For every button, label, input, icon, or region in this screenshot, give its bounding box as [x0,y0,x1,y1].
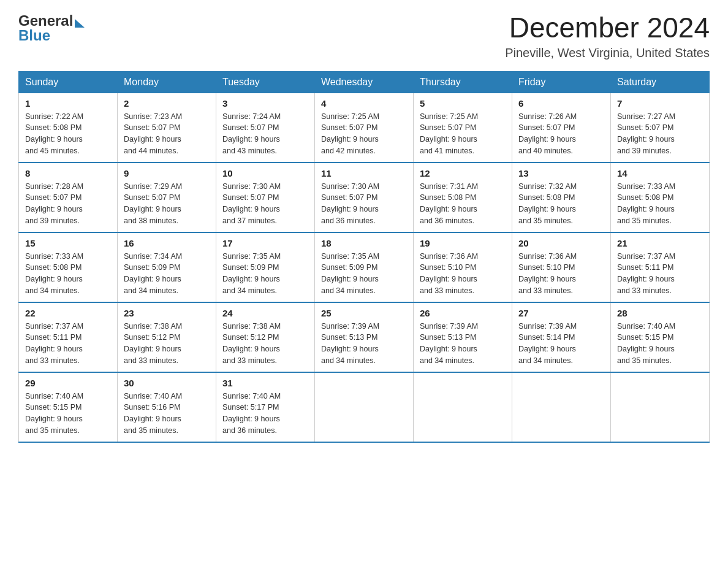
calendar-day-cell: 26Sunrise: 7:39 AMSunset: 5:13 PMDayligh… [414,302,512,372]
calendar-day-cell: 16Sunrise: 7:34 AMSunset: 5:09 PMDayligh… [118,232,216,302]
day-of-week-header: Wednesday [315,71,414,93]
calendar-day-cell: 22Sunrise: 7:37 AMSunset: 5:11 PMDayligh… [19,302,118,372]
day-of-week-header: Monday [118,71,216,93]
calendar-week-row: 8Sunrise: 7:28 AMSunset: 5:07 PMDaylight… [19,163,710,232]
day-number: 19 [420,238,506,248]
calendar-day-cell: 27Sunrise: 7:39 AMSunset: 5:14 PMDayligh… [512,302,611,372]
calendar-day-cell [414,372,512,442]
calendar-day-cell: 4Sunrise: 7:25 AMSunset: 5:07 PMDaylight… [315,93,414,163]
logo-blue-text: Blue [18,27,50,44]
day-number: 12 [420,168,506,178]
page-header: General Blue December 2024 Pineville, We… [18,12,710,60]
calendar-day-cell: 30Sunrise: 7:40 AMSunset: 5:16 PMDayligh… [118,372,216,442]
day-number: 17 [222,238,308,248]
day-info: Sunrise: 7:28 AMSunset: 5:07 PMDaylight:… [25,181,111,227]
day-number: 24 [222,308,308,318]
calendar-day-cell: 13Sunrise: 7:32 AMSunset: 5:08 PMDayligh… [512,163,611,232]
day-number: 2 [124,98,210,109]
day-info: Sunrise: 7:34 AMSunset: 5:09 PMDaylight:… [124,251,210,297]
calendar-day-cell: 21Sunrise: 7:37 AMSunset: 5:11 PMDayligh… [611,232,710,302]
day-of-week-header: Saturday [611,71,710,93]
day-info: Sunrise: 7:38 AMSunset: 5:12 PMDaylight:… [124,321,210,367]
day-info: Sunrise: 7:37 AMSunset: 5:11 PMDaylight:… [25,321,111,367]
logo: General Blue [18,12,85,44]
day-number: 31 [222,378,308,388]
day-info: Sunrise: 7:39 AMSunset: 5:13 PMDaylight:… [321,321,407,367]
day-of-week-header: Tuesday [216,71,315,93]
day-number: 8 [25,168,111,178]
calendar-day-cell: 14Sunrise: 7:33 AMSunset: 5:08 PMDayligh… [611,163,710,232]
day-info: Sunrise: 7:36 AMSunset: 5:10 PMDaylight:… [518,251,604,297]
calendar-day-cell: 2Sunrise: 7:23 AMSunset: 5:07 PMDaylight… [118,93,216,163]
calendar-day-cell: 10Sunrise: 7:30 AMSunset: 5:07 PMDayligh… [216,163,315,232]
calendar-day-cell: 11Sunrise: 7:30 AMSunset: 5:07 PMDayligh… [315,163,414,232]
day-info: Sunrise: 7:25 AMSunset: 5:07 PMDaylight:… [321,111,407,157]
day-number: 21 [617,238,703,248]
day-info: Sunrise: 7:30 AMSunset: 5:07 PMDaylight:… [222,181,308,227]
logo-arrow-icon [75,19,85,28]
calendar-week-row: 15Sunrise: 7:33 AMSunset: 5:08 PMDayligh… [19,232,710,302]
calendar-week-row: 22Sunrise: 7:37 AMSunset: 5:11 PMDayligh… [19,302,710,372]
day-of-week-header: Thursday [414,71,512,93]
day-number: 6 [518,98,604,109]
day-number: 18 [321,238,407,248]
day-of-week-header: Sunday [19,71,118,93]
calendar-day-cell: 29Sunrise: 7:40 AMSunset: 5:15 PMDayligh… [19,372,118,442]
day-info: Sunrise: 7:22 AMSunset: 5:08 PMDaylight:… [25,111,111,157]
day-number: 20 [518,238,604,248]
day-info: Sunrise: 7:35 AMSunset: 5:09 PMDaylight:… [222,251,308,297]
calendar-day-cell: 3Sunrise: 7:24 AMSunset: 5:07 PMDaylight… [216,93,315,163]
day-info: Sunrise: 7:39 AMSunset: 5:14 PMDaylight:… [518,321,604,367]
day-info: Sunrise: 7:36 AMSunset: 5:10 PMDaylight:… [420,251,506,297]
calendar-day-cell: 8Sunrise: 7:28 AMSunset: 5:07 PMDaylight… [19,163,118,232]
day-number: 29 [25,378,111,388]
day-number: 13 [518,168,604,178]
day-number: 27 [518,308,604,318]
day-number: 5 [420,98,506,109]
day-number: 9 [124,168,210,178]
day-info: Sunrise: 7:37 AMSunset: 5:11 PMDaylight:… [617,251,703,297]
calendar-day-cell: 31Sunrise: 7:40 AMSunset: 5:17 PMDayligh… [216,372,315,442]
day-number: 10 [222,168,308,178]
day-number: 14 [617,168,703,178]
calendar-week-row: 1Sunrise: 7:22 AMSunset: 5:08 PMDaylight… [19,93,710,163]
calendar-day-cell: 19Sunrise: 7:36 AMSunset: 5:10 PMDayligh… [414,232,512,302]
day-info: Sunrise: 7:35 AMSunset: 5:09 PMDaylight:… [321,251,407,297]
month-year-title: December 2024 [505,12,710,44]
day-info: Sunrise: 7:33 AMSunset: 5:08 PMDaylight:… [617,181,703,227]
title-area: December 2024 Pineville, West Virginia, … [505,12,710,60]
day-info: Sunrise: 7:33 AMSunset: 5:08 PMDaylight:… [25,251,111,297]
day-info: Sunrise: 7:40 AMSunset: 5:17 PMDaylight:… [222,391,308,437]
day-number: 16 [124,238,210,248]
day-info: Sunrise: 7:31 AMSunset: 5:08 PMDaylight:… [420,181,506,227]
day-info: Sunrise: 7:27 AMSunset: 5:07 PMDaylight:… [617,111,703,157]
day-number: 25 [321,308,407,318]
calendar-day-cell: 24Sunrise: 7:38 AMSunset: 5:12 PMDayligh… [216,302,315,372]
day-number: 11 [321,168,407,178]
day-number: 7 [617,98,703,109]
calendar-day-cell: 25Sunrise: 7:39 AMSunset: 5:13 PMDayligh… [315,302,414,372]
calendar-week-row: 29Sunrise: 7:40 AMSunset: 5:15 PMDayligh… [19,372,710,442]
day-number: 26 [420,308,506,318]
calendar-day-cell: 28Sunrise: 7:40 AMSunset: 5:15 PMDayligh… [611,302,710,372]
day-number: 4 [321,98,407,109]
calendar-header-row: SundayMondayTuesdayWednesdayThursdayFrid… [19,71,710,93]
calendar-day-cell: 9Sunrise: 7:29 AMSunset: 5:07 PMDaylight… [118,163,216,232]
calendar-day-cell: 20Sunrise: 7:36 AMSunset: 5:10 PMDayligh… [512,232,611,302]
calendar-day-cell [611,372,710,442]
calendar-day-cell: 1Sunrise: 7:22 AMSunset: 5:08 PMDaylight… [19,93,118,163]
day-info: Sunrise: 7:32 AMSunset: 5:08 PMDaylight:… [518,181,604,227]
day-number: 30 [124,378,210,388]
day-info: Sunrise: 7:39 AMSunset: 5:13 PMDaylight:… [420,321,506,367]
day-info: Sunrise: 7:40 AMSunset: 5:15 PMDaylight:… [25,391,111,437]
day-number: 3 [222,98,308,109]
day-info: Sunrise: 7:38 AMSunset: 5:12 PMDaylight:… [222,321,308,367]
location-subtitle: Pineville, West Virginia, United States [505,46,710,60]
day-info: Sunrise: 7:25 AMSunset: 5:07 PMDaylight:… [420,111,506,157]
calendar-day-cell: 15Sunrise: 7:33 AMSunset: 5:08 PMDayligh… [19,232,118,302]
day-number: 1 [25,98,111,109]
day-info: Sunrise: 7:26 AMSunset: 5:07 PMDaylight:… [518,111,604,157]
calendar-day-cell [512,372,611,442]
calendar-day-cell: 12Sunrise: 7:31 AMSunset: 5:08 PMDayligh… [414,163,512,232]
day-info: Sunrise: 7:40 AMSunset: 5:15 PMDaylight:… [617,321,703,367]
